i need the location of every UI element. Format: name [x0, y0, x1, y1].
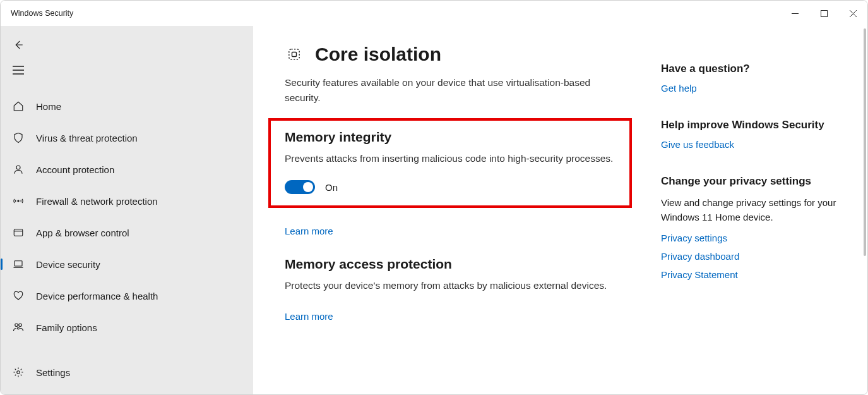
- sidebar-item-label: Virus & threat protection: [36, 133, 138, 143]
- sidebar-item-firewall[interactable]: Firewall & network protection: [1, 185, 253, 217]
- svg-rect-10: [14, 229, 23, 236]
- memory-integrity-description: Prevents attacks from inserting maliciou…: [285, 151, 615, 166]
- svg-rect-1: [821, 10, 827, 16]
- sidebar-item-family[interactable]: Family options: [1, 312, 253, 343]
- laptop-icon: [12, 258, 25, 270]
- main-content: Core isolation Security features availab…: [253, 26, 867, 394]
- aux-privacy-head: Change your privacy settings: [661, 175, 852, 188]
- memory-access-section: Memory access protection Protects your d…: [285, 257, 626, 322]
- svg-point-15: [19, 324, 22, 327]
- svg-point-16: [18, 327, 20, 329]
- sidebar-item-label: Device performance & health: [36, 291, 158, 301]
- memory-integrity-toggle-state: On: [325, 182, 338, 193]
- privacy-settings-link[interactable]: Privacy settings: [661, 233, 852, 243]
- nav-list: Home Virus & threat protection Account p…: [1, 90, 253, 343]
- sidebar-item-label: App & browser control: [36, 228, 129, 238]
- aux-improve-head: Help improve Windows Security: [661, 119, 852, 131]
- page-description: Security features available on your devi…: [285, 75, 626, 106]
- page-title: Core isolation: [315, 44, 441, 65]
- family-icon: [12, 322, 25, 333]
- sidebar-item-label: Settings: [36, 367, 70, 378]
- memory-access-title: Memory access protection: [285, 257, 626, 272]
- get-help-link[interactable]: Get help: [661, 83, 852, 94]
- maximize-button[interactable]: [809, 1, 838, 26]
- scrollbar[interactable]: [864, 28, 866, 256]
- svg-point-14: [15, 324, 18, 327]
- window-controls: [780, 1, 867, 26]
- gear-icon: [12, 367, 25, 378]
- close-button[interactable]: [838, 1, 867, 26]
- sidebar-item-home[interactable]: Home: [1, 90, 253, 122]
- signal-icon: [12, 195, 25, 207]
- toggle-knob: [303, 182, 313, 192]
- memory-access-description: Protects your device's memory from attac…: [285, 278, 626, 293]
- sidebar-item-label: Home: [36, 101, 61, 112]
- memory-integrity-learn-more-link[interactable]: Learn more: [285, 226, 333, 236]
- sidebar-item-device-security[interactable]: Device security: [1, 248, 253, 280]
- titlebar: Windows Security: [1, 1, 867, 26]
- back-button[interactable]: [3, 32, 33, 58]
- window-icon: [12, 227, 25, 238]
- sidebar-item-label: Firewall & network protection: [36, 196, 158, 207]
- window-title: Windows Security: [11, 9, 73, 18]
- privacy-statement-link[interactable]: Privacy Statement: [661, 269, 852, 280]
- sidebar: Home Virus & threat protection Account p…: [1, 26, 253, 394]
- sidebar-item-account[interactable]: Account protection: [1, 154, 253, 185]
- sidebar-item-label: Device security: [36, 259, 100, 270]
- chip-icon: [285, 45, 304, 64]
- svg-point-8: [16, 166, 20, 169]
- sidebar-item-virus[interactable]: Virus & threat protection: [1, 122, 253, 154]
- svg-rect-12: [15, 261, 22, 266]
- shield-icon: [12, 132, 25, 143]
- memory-integrity-section: Memory integrity Prevents attacks from i…: [268, 118, 632, 208]
- hamburger-button[interactable]: [3, 58, 33, 83]
- home-icon: [12, 100, 25, 112]
- aux-privacy-text: View and change privacy settings for you…: [661, 195, 852, 225]
- person-icon: [12, 164, 25, 175]
- heart-icon: [12, 290, 25, 301]
- svg-rect-19: [292, 52, 297, 57]
- minimize-button[interactable]: [780, 1, 809, 26]
- aux-question-head: Have a question?: [661, 63, 852, 75]
- memory-integrity-toggle[interactable]: [285, 180, 315, 194]
- memory-access-learn-more-link[interactable]: Learn more: [285, 311, 333, 322]
- sidebar-item-label: Family options: [36, 322, 97, 333]
- privacy-dashboard-link[interactable]: Privacy dashboard: [661, 251, 852, 262]
- svg-point-17: [17, 371, 20, 374]
- svg-rect-18: [289, 49, 299, 59]
- svg-point-9: [18, 200, 19, 202]
- sidebar-item-settings[interactable]: Settings: [1, 356, 253, 388]
- sidebar-item-app-browser[interactable]: App & browser control: [1, 217, 253, 248]
- sidebar-item-performance[interactable]: Device performance & health: [1, 280, 253, 312]
- feedback-link[interactable]: Give us feedback: [661, 139, 852, 150]
- memory-integrity-title: Memory integrity: [285, 130, 615, 145]
- sidebar-item-label: Account protection: [36, 164, 114, 175]
